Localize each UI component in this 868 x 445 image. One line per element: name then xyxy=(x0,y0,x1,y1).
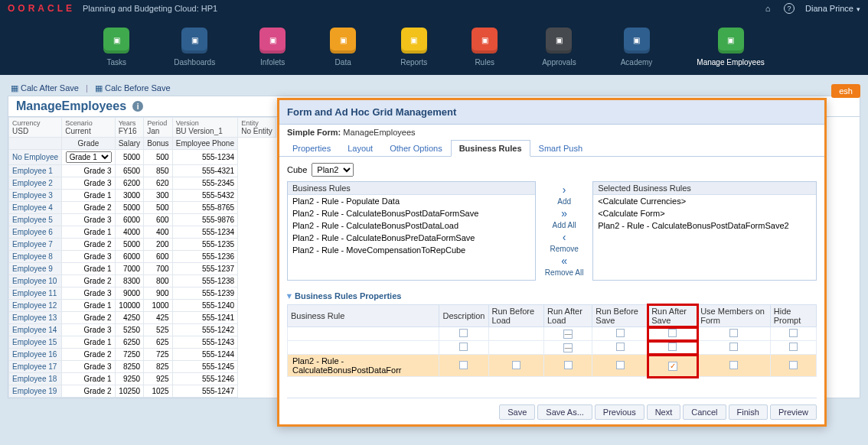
add-link[interactable]: Add xyxy=(557,197,571,206)
tab-properties[interactable]: Properties xyxy=(284,140,339,156)
nav-item-rules[interactable]: ▣Rules xyxy=(472,28,498,67)
row-header[interactable]: Employee 5 xyxy=(9,214,62,226)
props-rbs[interactable] xyxy=(592,327,648,341)
cell-grade[interactable]: Grade 3 xyxy=(62,287,115,300)
checkbox[interactable] xyxy=(729,329,738,337)
cell-bonus[interactable]: 525 xyxy=(144,324,173,336)
cell-grade[interactable]: Grade 1 xyxy=(62,226,115,239)
row-header[interactable]: Employee 12 xyxy=(9,300,62,312)
cell-salary[interactable]: 8250 xyxy=(115,361,144,373)
cell-phone[interactable]: 555-1245 xyxy=(172,361,238,373)
props-desc[interactable] xyxy=(439,341,488,355)
checkbox[interactable] xyxy=(668,362,677,371)
row-header[interactable]: Employee 13 xyxy=(9,312,62,324)
cell-phone[interactable]: 555-1237 xyxy=(172,263,238,275)
props-umf[interactable] xyxy=(697,355,771,377)
checkbox[interactable] xyxy=(668,329,677,337)
cell-bonus[interactable]: 900 xyxy=(144,287,173,300)
checkbox[interactable] xyxy=(789,361,798,369)
row-header[interactable]: Employee 14 xyxy=(9,324,62,336)
pov-entity[interactable]: EntityNo Entity xyxy=(238,118,276,138)
cell-bonus[interactable]: 620 xyxy=(144,177,173,190)
cell-salary[interactable]: 5000 xyxy=(115,239,144,251)
grade-select[interactable]: Grade 1 xyxy=(66,151,112,163)
selected-rules-list[interactable]: <Calculate Currencies><Calculate Form>Pl… xyxy=(593,195,816,232)
selected-rule[interactable]: <Calculate Form> xyxy=(593,207,816,219)
cell-phone[interactable]: 555-1244 xyxy=(172,349,238,361)
finish-button[interactable]: Finish xyxy=(729,404,768,420)
cell-salary[interactable]: 7000 xyxy=(115,263,144,275)
checkbox[interactable] xyxy=(564,361,573,369)
add-icon[interactable]: › xyxy=(563,184,566,195)
cell-salary[interactable]: 5000 xyxy=(115,150,144,165)
cell-bonus[interactable]: 725 xyxy=(144,349,173,361)
props-ras[interactable] xyxy=(648,327,697,341)
props-rule-name[interactable]: Plan2 - Rule - CalculateBonusPostDataFor… xyxy=(288,355,439,377)
checkbox[interactable] xyxy=(616,343,625,351)
checkbox[interactable] xyxy=(459,343,468,351)
row-header[interactable]: Employee 15 xyxy=(9,336,62,349)
cell-bonus[interactable]: 600 xyxy=(144,251,173,263)
info-icon[interactable]: i xyxy=(132,101,143,112)
cell-grade[interactable]: Grade 3 xyxy=(62,177,115,190)
cell-bonus[interactable]: 200 xyxy=(144,239,173,251)
checkbox[interactable] xyxy=(459,361,468,369)
checkbox[interactable] xyxy=(789,329,798,337)
props-ral[interactable] xyxy=(543,355,592,377)
cell-bonus[interactable]: 500 xyxy=(144,150,173,165)
row-header[interactable]: Employee 17 xyxy=(9,361,62,373)
nav-item-infolets[interactable]: ▣Infolets xyxy=(259,28,286,67)
props-ral[interactable] xyxy=(543,327,592,341)
row-header[interactable]: Employee 3 xyxy=(9,190,62,202)
cell-salary[interactable]: 10000 xyxy=(115,300,144,312)
cell-grade[interactable]: Grade 1 xyxy=(62,190,115,202)
props-hp[interactable] xyxy=(770,355,816,377)
cell-phone[interactable]: 555-1238 xyxy=(172,275,238,287)
checkbox[interactable] xyxy=(512,361,520,369)
props-hp[interactable] xyxy=(770,341,816,355)
cell-grade[interactable]: Grade 3 xyxy=(62,251,115,263)
selected-rule[interactable]: <Calculate Currencies> xyxy=(593,195,816,207)
props-ras[interactable] xyxy=(648,341,697,355)
props-rbs[interactable] xyxy=(592,355,648,377)
row-header[interactable]: Employee 10 xyxy=(9,275,62,287)
props-hp[interactable] xyxy=(770,327,816,341)
props-header[interactable]: Business Rules Properties xyxy=(287,288,817,304)
checkbox[interactable] xyxy=(729,343,738,351)
cell-salary[interactable]: 9000 xyxy=(115,287,144,300)
previous-button[interactable]: Previous xyxy=(595,404,644,420)
checkbox[interactable] xyxy=(668,343,677,351)
props-ral[interactable] xyxy=(543,341,592,355)
tab-smart-push[interactable]: Smart Push xyxy=(530,140,591,156)
cell-grade[interactable]: Grade 2 xyxy=(62,202,115,214)
cell-bonus[interactable]: 300 xyxy=(144,190,173,202)
cell-bonus[interactable]: 700 xyxy=(144,263,173,275)
nav-item-tasks[interactable]: ▣Tasks xyxy=(103,28,129,67)
cell-phone[interactable]: 555-9876 xyxy=(172,214,238,226)
row-header[interactable]: Employee 19 xyxy=(9,385,62,398)
cell-phone[interactable]: 555-1234 xyxy=(172,226,238,239)
row-header[interactable]: Employee 18 xyxy=(9,373,62,385)
available-rule[interactable]: Plan2 - Rule - CalculateBonusPostDataLoa… xyxy=(288,219,535,232)
available-rules-list[interactable]: Plan2 - Rule - Populate DataPlan2 - Rule… xyxy=(288,195,535,256)
props-rbl[interactable] xyxy=(488,355,543,377)
props-rbl[interactable] xyxy=(488,341,543,355)
pov-version[interactable]: VersionBU Version_1 xyxy=(172,118,238,138)
cell-grade[interactable]: Grade 1 xyxy=(62,300,115,312)
help-icon[interactable]: ? xyxy=(784,3,795,14)
props-desc[interactable] xyxy=(439,355,488,377)
subtab-after-save[interactable]: Calc After Save xyxy=(21,83,79,93)
removeall-link[interactable]: Remove All xyxy=(545,268,584,277)
cell-grade[interactable]: Grade 1 xyxy=(62,336,115,349)
refresh-button[interactable]: esh xyxy=(831,84,860,98)
row-header[interactable]: Employee 6 xyxy=(9,226,62,239)
cell-bonus[interactable]: 600 xyxy=(144,214,173,226)
nav-item-academy[interactable]: ▣Academy xyxy=(621,28,653,67)
cell-phone[interactable]: 555-1240 xyxy=(172,300,238,312)
available-rule[interactable]: Plan2 - Rule - CalculateBonusPreDataForm… xyxy=(288,232,535,244)
nav-item-reports[interactable]: ▣Reports xyxy=(400,28,427,67)
tab-other-options[interactable]: Other Options xyxy=(381,140,450,156)
save-as--button[interactable]: Save As... xyxy=(537,404,592,420)
row-header[interactable]: Employee 4 xyxy=(9,202,62,214)
cell-bonus[interactable]: 625 xyxy=(144,336,173,349)
